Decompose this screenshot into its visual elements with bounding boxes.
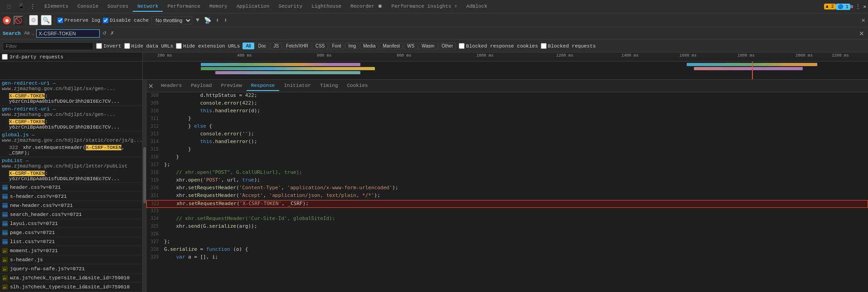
tab-memory[interactable]: Memory <box>205 2 232 12</box>
dots-icon[interactable]: ⋮ <box>28 2 37 11</box>
file-item-10[interactable]: js wza.js?check_type=site_id&site_id=759… <box>0 273 142 282</box>
close-panel-icon[interactable]: ✕ <box>862 16 865 24</box>
filter-btn-all[interactable]: All <box>242 43 254 49</box>
tab-lighthouse[interactable]: Lighthouse <box>307 2 346 12</box>
panel-close-button[interactable]: ✕ <box>148 82 154 90</box>
file-item-4[interactable]: css layui.css?v=0721 <box>0 219 142 228</box>
line-number-327: 327 <box>146 239 162 244</box>
disable-cache-checkbox[interactable] <box>103 18 108 23</box>
search-result-item-1[interactable]: X-CSRF-TOKEN: y6zrCniBpAa0b1sfUD9LOr3hh2… <box>0 92 142 105</box>
blocked-cookies-checkbox[interactable] <box>459 43 465 49</box>
file-item-9[interactable]: js jquery-nfw-safe.js?v=0721 <box>0 264 142 273</box>
filter-btn-ws[interactable]: WS <box>404 43 417 49</box>
preserve-log-label[interactable]: Preserve log <box>58 18 100 23</box>
clear-button[interactable]: 🚫 <box>14 16 23 25</box>
disable-cache-label[interactable]: Disable cache <box>103 18 149 23</box>
throttling-chevron[interactable]: ▼ <box>195 16 200 24</box>
hide-extension-urls-label[interactable]: Hide extension URLs <box>176 43 240 49</box>
tab-security[interactable]: Security <box>274 2 307 12</box>
file-item-7[interactable]: js moment.js?v=0721 <box>0 246 142 255</box>
filter-btn-manifest[interactable]: Manifest <box>379 43 403 49</box>
dot-separator: . <box>32 31 35 36</box>
tab-initiator[interactable]: Initiator <box>279 81 315 91</box>
code-line-317: 317 }; <box>146 162 868 169</box>
network-icon-1[interactable]: 📡 <box>203 16 212 25</box>
blocked-requests-label[interactable]: Blocked requests <box>541 43 596 49</box>
preserve-log-checkbox[interactable] <box>58 18 63 23</box>
file-item-3[interactable]: css search_header.css?v=0721 <box>0 210 142 219</box>
close-devtools-icon[interactable]: ✕ <box>863 4 866 10</box>
filter-btn-img[interactable]: Img <box>345 43 359 49</box>
tab-perf-insights[interactable]: Performance insights ⚡ <box>387 1 462 12</box>
filter-btn-font[interactable]: Font <box>329 43 344 49</box>
filter-btn-fetch-xhr[interactable]: Fetch/XHR <box>283 43 311 49</box>
line-number-309: 309 <box>146 100 162 105</box>
invert-label[interactable]: Invert <box>96 43 121 49</box>
filter-btn-doc[interactable]: Doc <box>255 43 270 49</box>
file-item-8[interactable]: js s-header.js <box>0 255 142 264</box>
file-item-6[interactable]: css list.css?v=0721 <box>0 237 142 246</box>
inspect-icon[interactable]: ⬚ <box>5 2 14 11</box>
code-view[interactable]: 308 d.httpStatus = 422; 309 console.erro… <box>146 92 868 292</box>
blocked-cookies-label[interactable]: Blocked response cookies <box>459 43 538 49</box>
download-icon[interactable]: ⬇ <box>223 16 228 25</box>
search-refresh-button[interactable]: ↺ <box>102 29 107 37</box>
search-icon[interactable]: 🔍 <box>41 15 52 25</box>
line-number-321: 321 <box>146 192 162 198</box>
tab-application[interactable]: Application <box>232 2 274 12</box>
file-item-1[interactable]: css s-header.css?v=0721 <box>0 192 142 201</box>
invert-checkbox[interactable] <box>96 43 102 49</box>
tab-timing[interactable]: Timing <box>315 81 343 91</box>
filter-btn-media[interactable]: Media <box>360 43 378 49</box>
filter-btn-other[interactable]: Other <box>438 43 456 49</box>
record-button[interactable]: ⏺ <box>3 16 11 24</box>
tab-sources[interactable]: Sources <box>103 2 133 12</box>
settings-icon[interactable]: ⚙ <box>850 4 853 10</box>
file-item-2[interactable]: css new-header.css?v=0721 <box>0 201 142 210</box>
tab-network[interactable]: Network <box>133 2 163 12</box>
tab-adblock[interactable]: AdBlock <box>462 2 492 12</box>
tab-performance[interactable]: Performance <box>163 2 205 12</box>
throttling-select[interactable]: No throttling <box>151 16 192 24</box>
js-file-icon-4: js <box>2 284 8 290</box>
search-result-item-2[interactable]: X-CSRF-TOKEN: y6zrCniBpAa0b1sfUD9LOr3hh2… <box>0 118 142 131</box>
tab-preview[interactable]: Preview <box>216 81 246 91</box>
file-item-11[interactable]: js slh.js?check_type=site_id&site_id=759… <box>0 282 142 292</box>
ms-200: 200 ms <box>157 53 172 58</box>
line-content-317: }; <box>162 162 868 168</box>
tab-console[interactable]: Console <box>73 2 103 12</box>
tab-elements[interactable]: Elements <box>40 2 73 12</box>
code-line-323: 323 <box>146 208 868 215</box>
blocked-requests-checkbox[interactable] <box>541 43 547 49</box>
file-name-2: new-header.css?v=0721 <box>10 203 73 208</box>
hide-extension-urls-checkbox[interactable] <box>176 43 182 49</box>
tab-payload[interactable]: Payload <box>186 81 216 91</box>
tab-headers[interactable]: Headers <box>156 81 186 91</box>
more-options-icon[interactable]: ⋮ <box>853 2 863 11</box>
code-line-314: 314 this.handleerror(); <box>146 139 868 146</box>
filter-btn-wasm[interactable]: Wasm <box>418 43 437 49</box>
hide-data-urls-label[interactable]: Hide data URLs <box>124 43 173 49</box>
tab-response[interactable]: Response <box>247 81 280 91</box>
result-line-3: 322 <box>9 145 18 150</box>
filter-btn-css[interactable]: CSS <box>312 43 328 49</box>
tab-cookies[interactable]: Cookies <box>343 81 373 91</box>
scroll-thumb[interactable] <box>143 147 146 203</box>
filter-icon[interactable]: ⚙ <box>29 15 38 25</box>
code-line-319: 319 xhr.open('POST', url, true); <box>146 177 868 185</box>
search-result-item-4[interactable]: X-CSRF-TOKEN: y6zrCniBpAa0b1sfUD9LOr3hh2… <box>0 170 142 182</box>
filter-btn-js[interactable]: JS <box>270 43 282 49</box>
file-item-5[interactable]: css page.css?v=0721 <box>0 228 142 237</box>
file-item-0[interactable]: css header.css?v=0721 <box>0 183 142 192</box>
ms-600: 600 ms <box>317 53 331 58</box>
filter-input[interactable] <box>3 42 93 50</box>
hide-data-urls-checkbox[interactable] <box>124 43 130 49</box>
third-party-checkbox[interactable] <box>2 54 8 60</box>
tab-recorder[interactable]: Recorder ⏺ <box>346 1 387 12</box>
search-result-item-3[interactable]: 322 xhr.setRequestHeader(X-CSRF-TOKEN, _… <box>0 144 142 157</box>
upload-icon[interactable]: ⬆ <box>215 16 220 25</box>
search-input[interactable] <box>36 29 100 38</box>
device-icon[interactable]: 📱 <box>16 2 25 11</box>
search-close-button[interactable]: ✕ <box>858 29 865 38</box>
search-regex-button[interactable]: ✗ <box>109 29 115 37</box>
